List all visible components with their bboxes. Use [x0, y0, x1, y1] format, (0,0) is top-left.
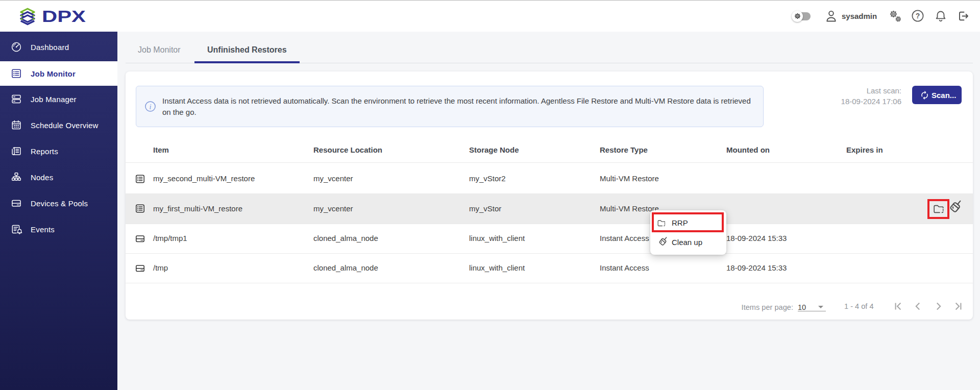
svg-text:DPX: DPX	[42, 8, 86, 26]
svg-text:?: ?	[916, 12, 920, 20]
svg-text:i: i	[149, 103, 151, 111]
